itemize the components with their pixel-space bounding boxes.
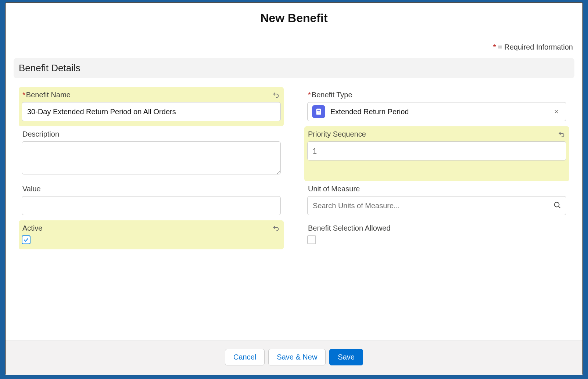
new-benefit-modal: New Benefit * = Required Information Ben… [5,2,583,375]
label-priority-sequence: Priority Sequence [307,129,367,141]
modal-title: New Benefit [6,11,582,25]
field-description: Description [19,126,284,181]
required-text: = Required Information [498,43,573,51]
form-grid: *Benefit Name *Benefit Type Extended Ret… [6,87,582,249]
benefit-type-chip-icon [312,105,325,118]
label-active: Active [22,223,43,235]
section-benefit-details: Benefit Details [14,58,574,78]
label-benefit-type: Benefit Type [312,91,352,99]
label-benefit-name: Benefit Name [26,91,71,99]
field-active: Active [19,220,284,249]
label-unit-of-measure: Unit of Measure [307,184,566,196]
search-icon [553,201,561,210]
field-priority-sequence: Priority Sequence [304,126,569,181]
label-benefit-selection-allowed: Benefit Selection Allowed [307,223,566,235]
benefit-selection-allowed-checkbox[interactable] [307,235,316,244]
field-unit-of-measure: Unit of Measure [304,181,569,220]
label-value: Value [22,184,281,196]
svg-point-3 [555,202,559,207]
cancel-button[interactable]: Cancel [225,349,265,365]
undo-icon[interactable] [271,223,281,233]
label-description: Description [22,129,281,141]
unit-of-measure-input[interactable] [307,196,566,215]
benefit-type-value: Extended Return Period [330,108,546,116]
save-button[interactable]: Save [329,349,363,365]
undo-icon[interactable] [557,129,566,139]
benefit-name-input[interactable] [22,102,281,121]
field-benefit-type: *Benefit Type Extended Return Period [304,87,569,126]
svg-line-4 [559,206,560,208]
field-value: Value [19,181,284,220]
required-asterisk: * [493,43,496,51]
modal-header: New Benefit [6,3,582,34]
description-input[interactable] [22,141,281,174]
benefit-type-lookup[interactable]: Extended Return Period [307,102,566,121]
field-benefit-name: *Benefit Name [19,87,284,126]
required-legend: * = Required Information [6,34,582,58]
field-benefit-selection-allowed: Benefit Selection Allowed [304,220,569,249]
clear-benefit-type-icon[interactable] [551,107,562,117]
undo-icon[interactable] [271,90,281,100]
modal-footer: Cancel Save & New Save [6,340,582,375]
priority-sequence-input[interactable] [307,141,566,160]
value-input[interactable] [22,196,281,215]
save-and-new-button[interactable]: Save & New [268,349,326,365]
active-checkbox[interactable] [22,235,31,244]
